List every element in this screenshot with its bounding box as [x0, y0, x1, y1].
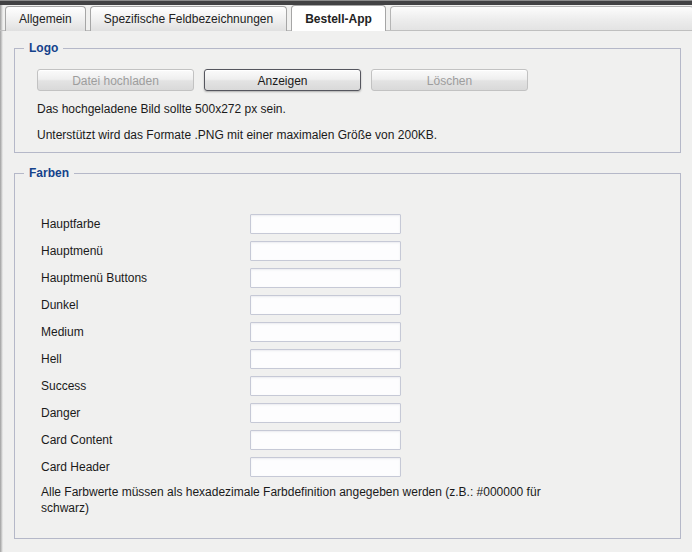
hauptmenu-buttons-input[interactable] — [250, 268, 401, 288]
medium-label: Medium — [41, 325, 250, 339]
delete-button[interactable]: Löschen — [371, 69, 528, 91]
hex-format-note: Alle Farbwerte müssen als hexadezimale F… — [41, 484, 561, 516]
hauptmenu-input[interactable] — [250, 241, 401, 261]
hauptmenu-buttons-label: Hauptmenü Buttons — [41, 271, 250, 285]
danger-input[interactable] — [250, 403, 401, 423]
tab-bestell-app[interactable]: Bestell-App — [291, 5, 386, 31]
hauptmenu-label: Hauptmenü — [41, 244, 250, 258]
colors-legend: Farben — [24, 166, 74, 180]
tab-bar: Allgemein Spezifische Feldbezeichnungen … — [0, 5, 692, 31]
color-field-row: Hell — [41, 349, 680, 369]
hauptfarbe-label: Hauptfarbe — [41, 217, 250, 231]
dunkel-label: Dunkel — [41, 298, 250, 312]
color-field-row: Dunkel — [41, 295, 680, 315]
color-field-row: Hauptfarbe — [41, 214, 680, 234]
color-field-row: Hauptmenü — [41, 241, 680, 261]
color-field-row: Danger — [41, 403, 680, 423]
color-field-row: Success — [41, 376, 680, 396]
danger-label: Danger — [41, 406, 250, 420]
color-field-row: Card Content — [41, 430, 680, 450]
tab-allgemein[interactable]: Allgemein — [5, 6, 86, 31]
logo-legend: Logo — [24, 41, 63, 55]
tab-spezifische-feldbezeichnungen[interactable]: Spezifische Feldbezeichnungen — [90, 6, 287, 31]
color-field-row: Hauptmenü Buttons — [41, 268, 680, 288]
card-content-label: Card Content — [41, 433, 250, 447]
success-input[interactable] — [250, 376, 401, 396]
hauptfarbe-input[interactable] — [250, 214, 401, 234]
hell-input[interactable] — [250, 349, 401, 369]
window-left-edge — [0, 5, 3, 552]
hell-label: Hell — [41, 352, 250, 366]
tab-strip-filler — [390, 6, 692, 31]
color-field-row: Medium — [41, 322, 680, 342]
card-header-input[interactable] — [250, 457, 401, 477]
card-header-label: Card Header — [41, 460, 250, 474]
show-button[interactable]: Anzeigen — [204, 69, 361, 91]
logo-fieldset: Logo Datei hochladen Anzeigen Löschen Da… — [14, 48, 681, 153]
card-content-input[interactable] — [250, 430, 401, 450]
color-field-row: Card Header — [41, 457, 680, 477]
success-label: Success — [41, 379, 250, 393]
image-format-note: Unterstützt wird das Formate .PNG mit ei… — [37, 127, 680, 143]
upload-file-button[interactable]: Datei hochladen — [37, 69, 194, 91]
medium-input[interactable] — [250, 322, 401, 342]
dunkel-input[interactable] — [250, 295, 401, 315]
logo-button-row: Datei hochladen Anzeigen Löschen — [37, 69, 680, 91]
image-size-note: Das hochgeladene Bild sollte 500x272 px … — [37, 101, 680, 117]
colors-fieldset: Farben Hauptfarbe Hauptmenü Hauptmenü Bu… — [14, 173, 681, 539]
